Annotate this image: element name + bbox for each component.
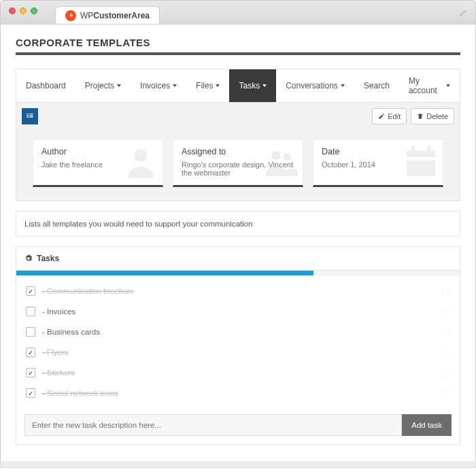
nav-item-label: Tasks <box>239 81 260 90</box>
nav-item-label: Invoices <box>140 81 170 90</box>
tasks-progress-fill <box>16 271 313 275</box>
task-label: - Social network icons <box>42 389 118 397</box>
task-checkbox[interactable] <box>26 307 35 316</box>
pencil-icon <box>378 113 385 120</box>
nav-item-label: My account <box>409 76 443 95</box>
drag-handle-icon[interactable]: ⋮⋮ <box>439 328 450 336</box>
caret-icon <box>262 84 267 87</box>
svg-point-1 <box>271 151 281 161</box>
edit-label: Edit <box>388 112 401 120</box>
task-label: - Invoices <box>42 307 75 316</box>
task-row: - Business cards⋮⋮ <box>24 322 452 342</box>
task-checkbox[interactable] <box>26 388 35 398</box>
task-label: - Business cards <box>42 328 100 336</box>
svg-point-2 <box>284 153 292 161</box>
task-label: - Stickers <box>42 369 75 377</box>
delete-button[interactable]: Delete <box>411 108 454 124</box>
trash-icon <box>417 113 424 120</box>
nav-item-projects[interactable]: Projects <box>75 69 131 102</box>
tasks-heading: Tasks <box>16 247 460 271</box>
svg-point-0 <box>135 149 148 162</box>
tasks-list: - Communication brochure⋮⋮- Invoices⋮⋮- … <box>16 275 460 409</box>
minimize-dot[interactable] <box>20 7 27 14</box>
tasks-panel: Tasks - Communication brochure⋮⋮- Invoic… <box>16 246 460 445</box>
meta-date: Date October 1, 2014 <box>313 139 443 187</box>
main-panel: DashboardProjectsInvoicesFilesTasksConve… <box>16 69 460 201</box>
task-row: - Communication brochure⋮⋮ <box>24 281 452 301</box>
app-body: Corporate templates DashboardProjectsInv… <box>0 24 476 462</box>
svg-rect-4 <box>411 146 415 154</box>
task-row: - Social network icons⋮⋮ <box>24 383 452 403</box>
drag-handle-icon[interactable]: ⋮⋮ <box>439 288 450 295</box>
caret-icon <box>173 84 177 87</box>
task-checkbox[interactable] <box>26 368 35 377</box>
drag-handle-icon[interactable]: ⋮⋮ <box>439 349 450 356</box>
caret-icon <box>341 84 345 87</box>
drag-handle-icon[interactable]: ⋮⋮ <box>439 308 450 316</box>
add-task-row: Add task <box>24 414 452 436</box>
svg-rect-5 <box>427 146 430 154</box>
tab-title-prefix: WP <box>80 11 93 20</box>
meta-row: Author Jake the freelance Assigned to Ri… <box>16 130 460 201</box>
delete-label: Delete <box>426 112 448 120</box>
nav-item-files[interactable]: Files <box>186 69 229 102</box>
nav-item-invoices[interactable]: Invoices <box>131 69 186 102</box>
nav-item-dashboard[interactable]: Dashboard <box>16 69 75 102</box>
nav-item-tasks[interactable]: Tasks <box>229 69 276 102</box>
flame-icon <box>65 10 76 21</box>
toolbar: Edit Delete <box>16 103 460 130</box>
nav-item-conversations[interactable]: Conversations <box>276 69 354 102</box>
task-label: - Flyers <box>42 348 68 356</box>
add-task-button[interactable]: Add task <box>402 414 452 436</box>
meta-assigned: Assigned to Ringo's corporate design, Vi… <box>173 139 303 187</box>
caret-icon <box>446 84 450 87</box>
svg-rect-3 <box>407 151 435 176</box>
task-row: - Invoices⋮⋮ <box>24 301 452 322</box>
meta-author: Author Jake the freelance <box>33 139 163 187</box>
task-row: - Flyers⋮⋮ <box>24 342 452 363</box>
nav-item-label: Files <box>196 81 213 90</box>
gear-icon <box>24 254 33 263</box>
nav-menu: DashboardProjectsInvoicesFilesTasksConve… <box>16 69 460 103</box>
task-label: - Communication brochure <box>42 287 135 295</box>
task-checkbox[interactable] <box>26 327 35 337</box>
tasks-progress <box>16 271 460 275</box>
group-icon <box>262 143 300 183</box>
window-dots <box>9 7 37 14</box>
tab-title-bold: CustomerArea <box>93 11 150 20</box>
footer-bar <box>0 461 476 468</box>
item-icon <box>22 108 38 124</box>
task-checkbox[interactable] <box>26 348 35 357</box>
page-title: Corporate templates <box>16 37 460 55</box>
nav-item-label: Dashboard <box>26 81 66 90</box>
nav-item-label: Projects <box>85 81 114 90</box>
nav-item-my-account[interactable]: My account <box>399 69 460 102</box>
description-panel: Lists all templates you would need to su… <box>16 211 460 237</box>
browser-tab[interactable]: WPCustomerArea <box>55 6 160 24</box>
browser-chrome: WPCustomerArea ⤢ <box>0 0 476 24</box>
nav-item-label: Search <box>364 81 390 90</box>
caret-icon <box>117 84 121 87</box>
calendar-icon <box>402 143 440 183</box>
maximize-dot[interactable] <box>31 7 37 14</box>
add-task-input[interactable] <box>24 414 402 436</box>
task-checkbox[interactable] <box>26 286 35 296</box>
task-row: - Stickers⋮⋮ <box>24 363 452 383</box>
tasks-heading-label: Tasks <box>37 254 59 263</box>
user-icon <box>122 143 160 183</box>
expand-icon[interactable]: ⤢ <box>459 7 467 18</box>
nav-item-search[interactable]: Search <box>354 69 399 102</box>
edit-button[interactable]: Edit <box>372 108 407 124</box>
drag-handle-icon[interactable]: ⋮⋮ <box>439 369 450 377</box>
nav-item-label: Conversations <box>286 81 338 90</box>
drag-handle-icon[interactable]: ⋮⋮ <box>439 390 450 397</box>
close-dot[interactable] <box>9 7 16 14</box>
caret-icon <box>216 84 220 87</box>
